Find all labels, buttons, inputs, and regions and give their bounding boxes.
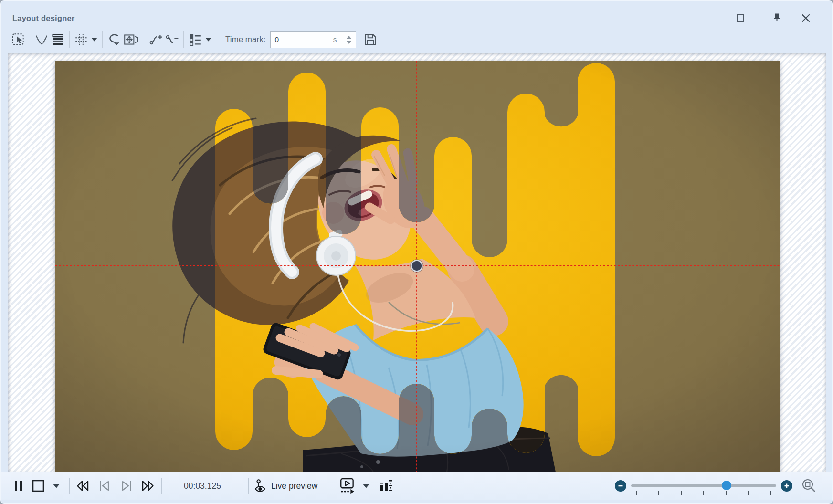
time-mark-field: s (270, 32, 356, 48)
player-separator (69, 478, 70, 494)
render-preview-icon (339, 477, 356, 494)
remove-curve-point-icon (165, 32, 179, 47)
camera-pan-button[interactable] (122, 31, 140, 49)
rewind-button[interactable] (73, 472, 93, 500)
toolbar-separator (69, 32, 70, 48)
next-frame-button[interactable] (116, 472, 137, 500)
fast-forward-button[interactable] (137, 472, 158, 500)
player-bar: 00:03.125 Live preview (1, 472, 832, 500)
zoom-tick (658, 491, 659, 495)
zoom-tick (636, 491, 637, 495)
chevron-down-icon (53, 484, 60, 488)
pause-icon (13, 479, 24, 493)
playback-time: 00:03.125 (169, 472, 236, 500)
layout-designer-window: Layout designer (0, 0, 833, 504)
stop-options-dropdown[interactable] (51, 472, 62, 500)
pin-button[interactable] (770, 11, 782, 24)
maximize-icon (735, 13, 746, 23)
close-button[interactable] (800, 12, 812, 24)
zoom-tick (681, 491, 682, 495)
player-separator (161, 478, 162, 494)
previous-frame-icon (97, 479, 112, 493)
save-icon (363, 32, 378, 47)
grid-button[interactable] (73, 31, 89, 49)
chevron-down-icon (205, 38, 211, 42)
curve-path-icon (107, 32, 121, 47)
toolbar-separator (30, 32, 30, 48)
rewind-icon (75, 479, 90, 493)
stop-button[interactable] (30, 472, 47, 500)
center-handle[interactable] (411, 261, 422, 272)
curve-select-icon (34, 32, 49, 47)
keyframe-list-button[interactable] (187, 31, 203, 49)
toolbar-separator (183, 32, 184, 48)
toolbar: Time mark: s (10, 28, 379, 52)
time-mark-input[interactable] (271, 35, 323, 44)
minus-icon (617, 483, 624, 489)
spinner-down-icon[interactable] (347, 41, 351, 44)
pause-button[interactable] (11, 472, 27, 500)
select-tool-icon (11, 32, 25, 47)
close-icon (801, 13, 811, 23)
toolbar-separator (144, 32, 144, 48)
spinner-up-icon[interactable] (347, 36, 351, 39)
zoom-fit-icon (801, 478, 817, 494)
statistics-icon (379, 479, 393, 493)
live-preview-label: Live preview (271, 472, 317, 500)
live-preview-icon (254, 478, 268, 494)
toolbar-separator (102, 32, 103, 48)
zoom-tick (726, 491, 727, 495)
zoom-out-button[interactable] (615, 480, 626, 492)
pin-icon (770, 12, 782, 23)
save-button[interactable] (362, 31, 379, 49)
zoom-tick (770, 491, 771, 495)
curve-path-button[interactable] (106, 31, 122, 49)
player-separator (248, 478, 249, 494)
time-mark-label: Time mark: (225, 35, 265, 44)
layout-canvas[interactable] (8, 53, 826, 473)
keyframe-list-dropdown[interactable] (203, 31, 213, 49)
stop-icon (31, 479, 45, 493)
camera-pan-icon (123, 32, 139, 47)
time-mark-unit: s (333, 35, 337, 44)
grid-options-dropdown[interactable] (89, 31, 99, 49)
add-curve-point-button[interactable] (148, 31, 164, 49)
zoom-tick (703, 491, 704, 495)
select-tool-button[interactable] (10, 31, 26, 49)
statistics-button[interactable] (378, 472, 394, 500)
titlebar[interactable]: Layout designer (0, 0, 833, 28)
render-preview-button[interactable] (338, 472, 357, 500)
live-preview-toggle[interactable] (253, 472, 270, 500)
add-curve-point-icon (148, 32, 163, 47)
keyframe-list-icon (188, 32, 202, 47)
previous-frame-button[interactable] (95, 472, 115, 500)
remove-curve-point-button[interactable] (164, 31, 180, 49)
grid-icon (74, 32, 88, 47)
next-frame-icon (119, 479, 134, 493)
zoom-in-button[interactable] (781, 480, 792, 492)
slide-image[interactable] (55, 61, 780, 472)
fast-forward-icon (140, 479, 156, 493)
curve-select-button[interactable] (33, 31, 50, 49)
chevron-down-icon (363, 484, 369, 488)
tracks-button[interactable] (50, 31, 66, 49)
zoom-tick (748, 491, 749, 495)
maximize-button[interactable] (734, 12, 747, 24)
zoom-fit-button[interactable] (800, 472, 818, 500)
plus-icon (783, 483, 790, 489)
zoom-slider-thumb[interactable] (722, 481, 731, 490)
window-title: Layout designer (12, 14, 74, 23)
chevron-down-icon (91, 38, 97, 42)
render-preview-dropdown[interactable] (360, 472, 372, 500)
zoom-slider-ticks (636, 491, 771, 496)
zoom-slider[interactable] (631, 484, 776, 487)
tracks-icon (51, 32, 65, 47)
